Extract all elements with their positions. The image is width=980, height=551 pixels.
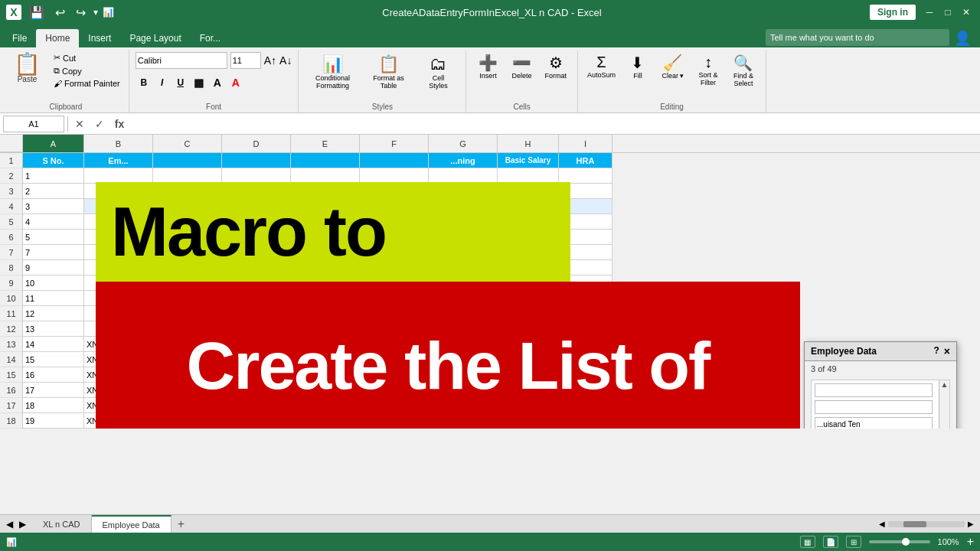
tab-page-layout[interactable]: Page Layout <box>120 29 190 47</box>
form-scroll-up[interactable]: ▲ <box>941 380 949 389</box>
paste-button[interactable]: 📋 Paste <box>9 52 45 85</box>
col-header-a[interactable]: A <box>23 135 84 152</box>
cell-d1[interactable] <box>222 153 291 168</box>
row-num-9[interactable]: 9 <box>0 276 22 291</box>
tell-me-input[interactable]: Tell me what you want to do <box>770 33 874 42</box>
sheet-tab-xl-n-cad[interactable]: XL n CAD <box>32 515 92 533</box>
row-num-5[interactable]: 5 <box>0 214 22 230</box>
font-size-input[interactable] <box>230 52 261 69</box>
zoom-slider[interactable] <box>869 540 930 543</box>
data-form-field-input-1[interactable] <box>815 383 933 397</box>
insert-function-button[interactable]: fx <box>111 116 128 132</box>
cell-a12[interactable]: 13 <box>23 321 84 337</box>
col-header-b[interactable]: B <box>84 135 153 152</box>
cell-e2[interactable] <box>291 168 360 184</box>
tab-insert[interactable]: Insert <box>79 29 120 47</box>
col-header-g[interactable]: G <box>429 135 498 152</box>
tab-file[interactable]: File <box>3 29 36 47</box>
cell-h2[interactable] <box>498 168 559 184</box>
col-header-d[interactable]: D <box>222 135 291 152</box>
signin-button[interactable]: Sign in <box>870 5 916 20</box>
undo-button[interactable]: ↩ <box>52 4 68 21</box>
copy-button[interactable]: ⧉ Copy <box>51 65 122 77</box>
row-num-4[interactable]: 4 <box>0 199 22 214</box>
cell-b1[interactable]: Em... <box>84 153 153 168</box>
col-header-c[interactable]: C <box>153 135 222 152</box>
save-button[interactable]: 💾 <box>26 4 47 21</box>
row-num-3[interactable]: 3 <box>0 184 22 199</box>
font-name-input[interactable] <box>136 52 227 69</box>
page-break-view-button[interactable]: ⊞ <box>846 536 861 548</box>
cut-button[interactable]: ✂ Cut <box>51 52 122 64</box>
cell-styles-button[interactable]: 🗂 CellStyles <box>416 52 459 92</box>
autosum-button[interactable]: Σ AutoSum <box>584 52 619 80</box>
redo-button[interactable]: ↪ <box>73 4 89 21</box>
tab-home[interactable]: Home <box>36 29 79 47</box>
cell-a10[interactable]: 11 <box>23 291 84 306</box>
cell-a11[interactable]: 12 <box>23 306 84 321</box>
cell-a13[interactable]: 14 <box>23 337 84 352</box>
clear-button[interactable]: 🧹 Clear ▾ <box>657 52 689 81</box>
row-num-16[interactable]: 16 <box>0 383 22 398</box>
cell-a5[interactable]: 4 <box>23 214 84 230</box>
cell-a9[interactable]: 10 <box>23 276 84 291</box>
cell-i2[interactable] <box>559 168 612 184</box>
maximize-button[interactable]: □ <box>940 5 956 20</box>
sheet-scroll-right[interactable]: ▶ <box>16 517 29 531</box>
cell-c2[interactable] <box>153 168 222 184</box>
close-button[interactable]: ✕ <box>959 5 974 20</box>
cell-f1[interactable] <box>360 153 429 168</box>
increase-font-button[interactable]: A↑ <box>264 54 276 67</box>
format-painter-button[interactable]: 🖌 Format Painter <box>51 78 122 89</box>
h-scroll-right[interactable]: ▶ <box>968 520 974 528</box>
cancel-formula-button[interactable]: ✕ <box>71 116 88 132</box>
row-num-10[interactable]: 10 <box>0 291 22 306</box>
sort-filter-button[interactable]: ↕ Sort &Filter <box>692 52 724 88</box>
formula-input[interactable] <box>131 116 977 132</box>
cell-h1[interactable]: Basic Salary <box>498 153 559 168</box>
cell-a1[interactable]: S No. <box>23 153 84 168</box>
cell-a7[interactable]: 7 <box>23 245 84 260</box>
row-num-13[interactable]: 13 <box>0 337 22 352</box>
cell-a14[interactable]: 15 <box>23 352 84 367</box>
cell-reference-input[interactable] <box>3 116 64 132</box>
cell-a16[interactable]: 17 <box>23 383 84 398</box>
format-button[interactable]: ⚙ Format <box>540 52 571 81</box>
cell-e1[interactable] <box>291 153 360 168</box>
fill-button[interactable]: ⬇ Fill <box>622 52 654 81</box>
col-header-e[interactable]: E <box>291 135 360 152</box>
tab-formulas[interactable]: For... <box>191 29 230 47</box>
conditional-formatting-button[interactable]: 📊 ConditionalFormatting <box>305 52 360 92</box>
row-num-12[interactable]: 12 <box>0 321 22 337</box>
cell-a17[interactable]: 18 <box>23 398 84 413</box>
cell-a8[interactable]: 9 <box>23 260 84 276</box>
cell-f2[interactable] <box>360 168 429 184</box>
data-form-help-icon[interactable]: ? <box>933 345 939 357</box>
delete-button[interactable]: ➖ Delete <box>506 52 537 81</box>
col-header-i[interactable]: I <box>559 135 612 152</box>
cell-a2[interactable]: 1 <box>23 168 84 184</box>
border-button[interactable]: ▦ <box>191 74 207 91</box>
cell-c1[interactable] <box>153 153 222 168</box>
sheet-tab-employee-data[interactable]: Employee Data <box>92 515 172 533</box>
h-scroll-left[interactable]: ◀ <box>879 520 885 528</box>
row-num-18[interactable]: 18 <box>0 413 22 429</box>
page-layout-view-button[interactable]: 📄 <box>823 536 838 548</box>
quick-access-dropdown[interactable]: ▾ <box>93 7 98 18</box>
row-num-17[interactable]: 17 <box>0 398 22 413</box>
cell-g2[interactable] <box>429 168 498 184</box>
confirm-formula-button[interactable]: ✓ <box>91 116 108 132</box>
data-form-field-input-2[interactable] <box>815 400 933 414</box>
row-num-15[interactable]: 15 <box>0 367 22 383</box>
cell-i1[interactable]: HRA <box>559 153 612 168</box>
data-form-field-input-3[interactable] <box>815 417 933 429</box>
cell-a4[interactable]: 3 <box>23 199 84 214</box>
cell-b2[interactable] <box>84 168 153 184</box>
col-header-f[interactable]: F <box>360 135 429 152</box>
font-color-button[interactable]: A <box>227 74 244 91</box>
cell-g1[interactable]: ...ning <box>429 153 498 168</box>
cell-a15[interactable]: 16 <box>23 367 84 383</box>
sheet-scroll-left[interactable]: ◀ <box>3 517 16 531</box>
h-scrollbar[interactable] <box>888 521 965 527</box>
help-icon[interactable]: 👤 <box>954 30 971 47</box>
